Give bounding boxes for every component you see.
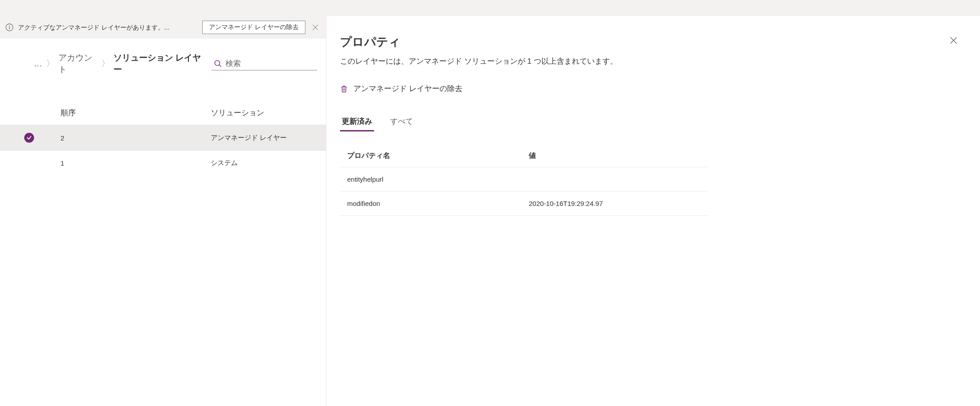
notification-close-icon[interactable] — [310, 22, 321, 33]
svg-point-1 — [9, 25, 10, 26]
remove-unmanaged-layer-action[interactable]: アンマネージド レイヤーの除去 — [340, 83, 960, 94]
breadcrumb-account[interactable]: アカウント — [58, 52, 98, 75]
property-value: 2020-10-16T19:29:24.97 — [529, 200, 701, 207]
panel-description: このレイヤーには、アンマネージド ソリューションが 1 つ以上含まれています。 — [340, 56, 960, 66]
property-header-value[interactable]: 値 — [529, 151, 701, 161]
search-icon — [214, 60, 222, 68]
remove-unmanaged-layer-button[interactable]: アンマネージド レイヤーの除去 — [202, 21, 305, 34]
breadcrumb-separator-icon: 〉 — [101, 58, 110, 70]
table-cell-solution: アンマネージド レイヤー — [211, 134, 326, 142]
property-value — [529, 175, 701, 183]
table-cell-order: 1 — [58, 159, 211, 167]
notification-bar: アクティブなアンマネージド レイヤーがあります。... アンマネージド レイヤー… — [0, 16, 326, 39]
svg-rect-2 — [9, 26, 9, 29]
property-table: プロパティ名 値 entityhelpurl modifiedon 2020-1… — [340, 145, 708, 216]
property-name: modifiedon — [347, 200, 529, 207]
breadcrumb: … 〉 アカウント 〉 ソリューション レイヤー — [34, 52, 202, 75]
panel-tabs: 更新済み すべて — [340, 113, 960, 131]
table-cell-order: 2 — [58, 134, 211, 142]
panel-title: プロパティ — [340, 34, 960, 50]
table-cell-solution: システム — [211, 159, 326, 167]
search-input[interactable] — [226, 59, 314, 68]
breadcrumb-ellipsis[interactable]: … — [34, 59, 43, 69]
property-header-row: プロパティ名 値 — [340, 145, 708, 167]
search-container[interactable] — [211, 57, 317, 70]
info-icon — [5, 23, 13, 31]
breadcrumb-separator-icon: 〉 — [46, 58, 55, 70]
breadcrumb-search-row: … 〉 アカウント 〉 ソリューション レイヤー — [0, 39, 326, 80]
property-name: entityhelpurl — [347, 175, 529, 183]
top-bar — [0, 0, 980, 16]
tab-all[interactable]: すべて — [388, 113, 415, 131]
notification-text: アクティブなアンマネージド レイヤーがあります。... — [18, 23, 198, 31]
delete-icon — [340, 85, 348, 93]
panel-close-icon[interactable] — [947, 34, 960, 47]
property-row[interactable]: entityhelpurl — [340, 167, 708, 192]
table-row[interactable]: 1 システム — [0, 151, 326, 175]
svg-line-6 — [219, 65, 221, 67]
table-header-row: 順序 ソリューション — [0, 101, 326, 125]
layers-table: 順序 ソリューション 2 アンマネージド レイヤー 1 システム — [0, 101, 326, 175]
check-icon — [24, 133, 34, 143]
table-header-order[interactable]: 順序 — [58, 108, 211, 118]
table-row[interactable]: 2 アンマネージド レイヤー — [0, 125, 326, 151]
properties-panel: プロパティ このレイヤーには、アンマネージド ソリューションが 1 つ以上含まれ… — [327, 16, 980, 406]
breadcrumb-current: ソリューション レイヤー — [113, 52, 202, 75]
panel-action-label: アンマネージド レイヤーの除去 — [353, 83, 462, 94]
table-header-solution[interactable]: ソリューション — [211, 108, 326, 118]
tab-updated[interactable]: 更新済み — [340, 113, 374, 131]
left-panel: アクティブなアンマネージド レイヤーがあります。... アンマネージド レイヤー… — [0, 16, 327, 406]
property-row[interactable]: modifiedon 2020-10-16T19:29:24.97 — [340, 192, 708, 216]
property-header-name[interactable]: プロパティ名 — [347, 151, 529, 161]
main-container: アクティブなアンマネージド レイヤーがあります。... アンマネージド レイヤー… — [0, 16, 980, 406]
svg-point-5 — [215, 61, 220, 65]
